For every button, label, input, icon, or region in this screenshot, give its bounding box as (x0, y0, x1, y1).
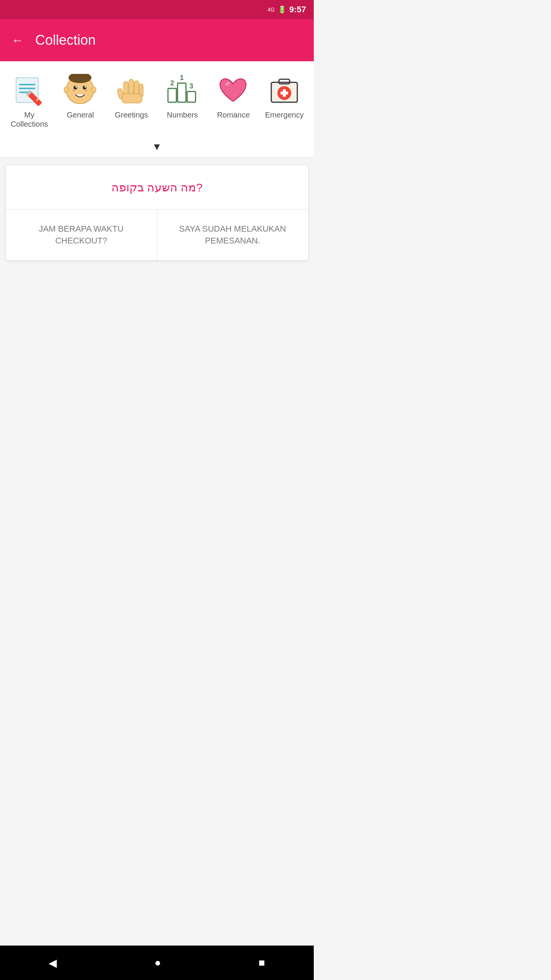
numbers-label: Numbers (167, 110, 198, 119)
svg-point-14 (85, 90, 87, 91)
category-item-romance[interactable]: Romance (212, 73, 254, 119)
svg-rect-23 (168, 88, 176, 102)
category-item-emergency[interactable]: Emergency (263, 73, 305, 119)
category-section: My Collections (0, 61, 314, 136)
romance-label: Romance (217, 110, 250, 119)
general-icon (63, 73, 98, 107)
greetings-icon (114, 73, 148, 107)
battery-icon: 🔋 (278, 5, 286, 14)
category-item-numbers[interactable]: 2 1 3 Numbers (161, 73, 204, 119)
general-label: General (67, 110, 94, 119)
emergency-icon (267, 73, 302, 107)
svg-text:2: 2 (170, 79, 174, 87)
app-title: Collection (35, 32, 96, 48)
svg-rect-34 (280, 91, 288, 95)
category-item-greetings[interactable]: Greetings (110, 73, 152, 119)
svg-point-11 (75, 86, 77, 88)
phrase-translations: JAM BERAPA WAKTU CHECKOUT? SAYA SUDAH ME… (6, 210, 308, 260)
back-button[interactable]: ← (11, 33, 24, 47)
nav-bar: ◀ ● ■ (0, 946, 314, 980)
romance-icon (216, 73, 251, 107)
svg-text:3: 3 (189, 82, 193, 90)
emergency-label: Emergency (265, 110, 304, 119)
status-bar: 4G 🔋 9:57 (0, 0, 314, 19)
phrase-translation-right[interactable]: SAYA SUDAH MELAKUKAN PEMESANAN. (157, 210, 308, 260)
signal-icon: 4G (267, 7, 275, 13)
status-time: 9:57 (289, 5, 306, 15)
chevron-down-icon: ▼ (152, 141, 162, 153)
category-row: My Collections (4, 69, 310, 132)
my-collections-label: My Collections (8, 110, 51, 129)
app-bar: ← Collection (0, 19, 314, 61)
greetings-label: Greetings (115, 110, 148, 119)
svg-point-10 (83, 86, 86, 90)
svg-point-12 (85, 86, 86, 88)
phrase-translation-left[interactable]: JAM BERAPA WAKTU CHECKOUT? (6, 210, 157, 260)
nav-home-button[interactable]: ● (155, 957, 161, 969)
chevron-row[interactable]: ▼ (0, 136, 314, 158)
svg-rect-27 (187, 91, 196, 102)
numbers-icon: 2 1 3 (165, 73, 200, 107)
phrase-hebrew-text: מה השעה בקופה? (111, 181, 202, 194)
svg-rect-22 (122, 94, 142, 103)
nav-back-button[interactable]: ◀ (49, 957, 57, 969)
translation-text-right: SAYA SUDAH MELAKUKAN PEMESANAN. (179, 224, 286, 245)
my-collections-icon (12, 73, 47, 107)
nav-recents-button[interactable]: ■ (259, 957, 265, 969)
status-icons: 4G 🔋 9:57 (267, 5, 306, 15)
phrase-card: מה השעה בקופה? JAM BERAPA WAKTU CHECKOUT… (6, 165, 308, 260)
translation-text-left: JAM BERAPA WAKTU CHECKOUT? (39, 224, 124, 245)
svg-point-15 (64, 87, 68, 93)
phrase-header: מה השעה בקופה? (6, 165, 308, 210)
category-item-my-collections[interactable]: My Collections (8, 73, 51, 129)
svg-point-9 (73, 86, 77, 90)
svg-point-16 (91, 87, 96, 93)
svg-text:1: 1 (180, 74, 184, 82)
category-item-general[interactable]: General (59, 73, 101, 119)
svg-rect-25 (178, 83, 186, 102)
svg-point-13 (73, 90, 75, 91)
